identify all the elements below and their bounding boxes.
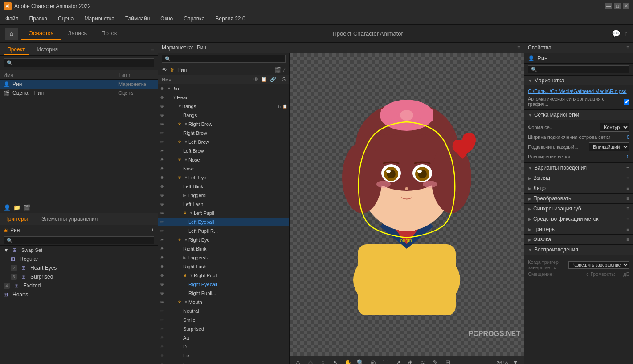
layer-head[interactable]: 👁 ▼ Head bbox=[158, 93, 289, 102]
viewer-canvas[interactable]: origin PCPROGS.NET bbox=[290, 53, 524, 356]
project-menu-icon[interactable]: ≡ bbox=[151, 47, 154, 53]
layer-right-eyeball[interactable]: 👁 Right Eyeball bbox=[158, 280, 289, 289]
warning-tool[interactable]: ⚠ bbox=[293, 358, 303, 364]
maximize-button[interactable]: □ bbox=[614, 3, 621, 9]
target-tool[interactable]: ◎ bbox=[368, 358, 378, 364]
layer-l[interactable]: 👁 L bbox=[158, 360, 289, 364]
menu-item-файл[interactable]: Файл bbox=[4, 15, 20, 23]
scene-add-icon[interactable]: 🎬 bbox=[23, 204, 30, 211]
menu-item-марионетка[interactable]: Марионетка bbox=[82, 15, 116, 23]
transform-menu[interactable]: ≡ bbox=[626, 195, 629, 202]
trigger-swap-set[interactable]: ▼ ⊞ Swap Set bbox=[0, 246, 158, 255]
trigger-regular[interactable]: ⊞ Regular bbox=[0, 255, 158, 263]
file-path-link[interactable]: C:\Поль...\Ch Media\Gathered Media\Rin.p… bbox=[528, 87, 629, 95]
layer-right-brow[interactable]: 👁 Right Brow bbox=[158, 129, 289, 138]
zoom-dropdown-button[interactable]: ▼ bbox=[510, 358, 520, 364]
tab-potok[interactable]: Поток bbox=[94, 27, 124, 40]
layer-right-pupil-group[interactable]: 👁 ♛ ▼ Right Pupil bbox=[158, 271, 289, 280]
triggers-tab[interactable]: Триггеры bbox=[4, 215, 30, 223]
layer-neutral[interactable]: 👁 Neutral bbox=[158, 307, 289, 315]
layer-left-brow-group[interactable]: 👁 ♛ ▼ Left Brow bbox=[158, 138, 289, 146]
layer-left-blink[interactable]: 👁 Left Blink bbox=[158, 182, 289, 191]
project-item-scene[interactable]: 🎬 Сцена – Рин Сцена bbox=[0, 89, 158, 97]
layer-d[interactable]: 👁 D bbox=[158, 342, 289, 351]
tab-history[interactable]: История bbox=[34, 44, 62, 55]
marionette-section-header[interactable]: ▼ Марионетка bbox=[524, 76, 633, 85]
tab-project[interactable]: Проект bbox=[4, 44, 29, 55]
mesh-island-value[interactable]: 0 bbox=[627, 134, 629, 140]
add-behavior-button[interactable]: + bbox=[626, 165, 629, 171]
trigger-excited[interactable]: 4 ⊞ Excited bbox=[0, 281, 158, 290]
marionette-menu-icon[interactable]: ≡ bbox=[517, 44, 520, 51]
layer-mouth-group[interactable]: 👁 ♛ ▼ Mouth bbox=[158, 298, 289, 307]
tags-section-header[interactable]: ▶ Средство фиксации меток ≡ bbox=[524, 214, 633, 224]
mesh-expand-value[interactable]: 0 bbox=[627, 154, 629, 159]
minimize-button[interactable]: — bbox=[605, 3, 612, 9]
grid-tool[interactable]: ⊞ bbox=[443, 358, 453, 364]
layer-bangs-group[interactable]: 👁 ▼ Bangs 6 📋 bbox=[158, 102, 289, 111]
tab-osnastka[interactable]: Оснастка bbox=[21, 27, 61, 40]
layer-left-eye-group[interactable]: 👁 ♛ ▼ Left Eye bbox=[158, 173, 289, 182]
mesh-section-header[interactable]: ▼ Сетка марионетки bbox=[524, 110, 633, 120]
arrow-tool[interactable]: ↗ bbox=[393, 358, 403, 364]
layers-search-input[interactable] bbox=[162, 55, 286, 63]
triggers-menu-icon[interactable]: ≡ bbox=[33, 216, 36, 222]
triggers-search-input[interactable] bbox=[4, 236, 154, 244]
select-tool[interactable]: ↖ bbox=[331, 358, 340, 364]
layer-triggersl[interactable]: 👁 ▶ TriggersL bbox=[158, 191, 289, 200]
zoom-tool[interactable]: 🔍 bbox=[355, 358, 365, 364]
menu-item-таймлайн[interactable]: Таймлайн bbox=[123, 15, 151, 23]
layer-rin[interactable]: 👁 ▼ Rin bbox=[158, 84, 289, 93]
layer-right-lash[interactable]: 👁 Right Lash bbox=[158, 262, 289, 271]
layer-right-brow-group[interactable]: 👁 ♛ ▼ Right Brow bbox=[158, 120, 289, 129]
gaze-section-header[interactable]: ▶ Взгляд ≡ bbox=[524, 173, 633, 183]
circle-tool[interactable]: ○ bbox=[318, 358, 328, 364]
pen-tool[interactable]: ✎ bbox=[430, 358, 440, 364]
triggers-prop-section-header[interactable]: ▶ Триггеры ≡ bbox=[524, 224, 633, 234]
playback-section-header[interactable]: ▼ Воспроизведения bbox=[524, 245, 633, 255]
mesh-form-dropdown[interactable]: Контур bbox=[600, 123, 629, 132]
trigger-heart-eyes[interactable]: 2 ⊞ Heart Eyes bbox=[0, 263, 158, 272]
lip-sync-section-header[interactable]: ▶ Синхронизация губ ≡ bbox=[524, 204, 633, 214]
face-section-header[interactable]: ▶ Лицо ≡ bbox=[524, 183, 633, 193]
layer-left-brow[interactable]: 👁 Left Brow bbox=[158, 146, 289, 155]
playback-trigger-dropdown[interactable]: Разрешить завершение bbox=[568, 261, 629, 269]
lip-sync-menu[interactable]: ≡ bbox=[626, 206, 629, 212]
layer-aa[interactable]: 👁 Aa bbox=[158, 333, 289, 342]
chat-icon[interactable]: 💬 bbox=[612, 29, 621, 38]
layer-surprised[interactable]: 👁 Surprised bbox=[158, 324, 289, 333]
project-item-rin[interactable]: 👤 Рин Марионетка bbox=[0, 80, 158, 89]
face-menu[interactable]: ≡ bbox=[626, 185, 629, 191]
menu-item-справка[interactable]: Справка bbox=[182, 15, 206, 23]
layer-nose[interactable]: 👁 Nose bbox=[158, 164, 289, 173]
import-icon[interactable]: 👤 bbox=[4, 204, 11, 211]
controls-tab[interactable]: Элементы управления bbox=[40, 215, 99, 223]
layer-smile[interactable]: 👁 Smile bbox=[158, 315, 289, 324]
diamond-tool[interactable]: ◇ bbox=[306, 358, 315, 364]
trigger-hearts[interactable]: ⊞ Hearts bbox=[0, 290, 158, 299]
menu-item-сцена[interactable]: Сцена bbox=[56, 15, 75, 23]
arc-tool[interactable]: ⌒ bbox=[380, 358, 390, 364]
menu-item-версия-22.0[interactable]: Версия 22.0 bbox=[213, 15, 247, 23]
folder-icon[interactable]: 📁 bbox=[13, 204, 20, 211]
mesh-connect-dropdown[interactable]: Ближайший bbox=[589, 142, 629, 151]
prop-search-input[interactable] bbox=[528, 65, 629, 73]
layer-right-eye-group[interactable]: 👁 ♛ ▼ Right Eye bbox=[158, 235, 289, 244]
menu-item-окно[interactable]: Окно bbox=[159, 15, 175, 23]
layer-left-eyeball[interactable]: 👁 Left Eyeball bbox=[158, 218, 289, 226]
trigger-surprised[interactable]: 3 ⊞ Surprised bbox=[0, 272, 158, 281]
behavior-section-header[interactable]: ▼ Варианты поведения + bbox=[524, 163, 633, 173]
gaze-menu[interactable]: ≡ bbox=[626, 175, 629, 181]
close-button[interactable]: ✕ bbox=[623, 3, 629, 9]
transform-section-header[interactable]: ▶ Преобразовать ≡ bbox=[524, 194, 633, 203]
physics-menu[interactable]: ≡ bbox=[626, 236, 629, 243]
project-search-input[interactable] bbox=[4, 58, 154, 67]
layer-ee[interactable]: 👁 Ee bbox=[158, 351, 289, 360]
layer-triggersr[interactable]: 👁 ▶ TriggersR bbox=[158, 253, 289, 262]
crosshair-tool[interactable]: ⊕ bbox=[405, 358, 415, 364]
layer-left-lash[interactable]: 👁 Left Lash bbox=[158, 200, 289, 209]
tab-zapis[interactable]: Запись bbox=[61, 27, 94, 40]
triggers-prop-menu[interactable]: ≡ bbox=[626, 226, 629, 232]
layer-right-blink[interactable]: 👁 Right Blink bbox=[158, 244, 289, 253]
share-icon[interactable]: ↑ bbox=[624, 29, 628, 38]
